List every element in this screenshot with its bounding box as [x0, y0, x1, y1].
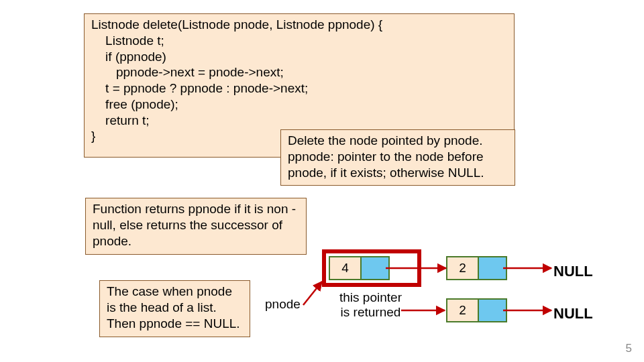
- pnode-label: pnode: [265, 297, 301, 312]
- null-label-2: NULL: [553, 305, 593, 322]
- node-value: 2: [447, 257, 479, 279]
- page-number: 5: [626, 342, 632, 355]
- returned-pointer-label: this pointer is returned: [339, 290, 402, 320]
- description-box: Delete the node pointed by pnode. ppnode…: [280, 129, 515, 186]
- list-node-top-2: 2: [446, 256, 507, 280]
- node-next-ptr: [479, 300, 506, 321]
- null-label-1: NULL: [553, 263, 593, 280]
- deleted-node-highlight: [322, 249, 421, 287]
- return-note-box: Function returns ppnode if it is non -nu…: [85, 198, 307, 255]
- case-note-box: The case when pnode is the head of a lis…: [99, 280, 250, 337]
- node-value: 2: [447, 300, 479, 321]
- node-next-ptr: [479, 257, 506, 279]
- arrow-pnode-to-node: [303, 282, 322, 305]
- list-node-bot-2: 2: [446, 298, 507, 322]
